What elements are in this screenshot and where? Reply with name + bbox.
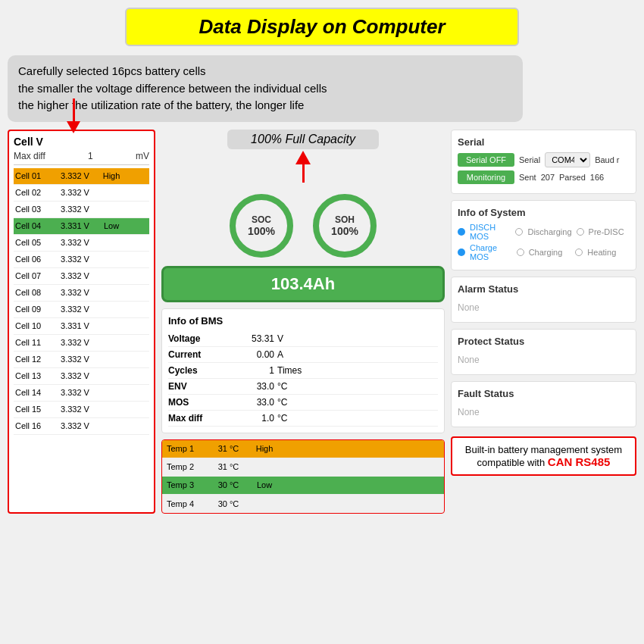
cell-row: Cell 08 3.332 V — [14, 285, 149, 302]
cell-row: Cell 13 3.332 V — [14, 368, 149, 385]
temp-row: Temp 4 30 °C — [162, 495, 444, 513]
arrow-from-desc — [67, 98, 80, 133]
bms-row: ENV 33.0 °C — [168, 379, 438, 395]
bms-value: 0.00 — [229, 349, 274, 360]
bms-title: Info of BMS — [168, 315, 438, 327]
temp-name: Temp 3 — [162, 480, 208, 489]
bms-label: ENV — [168, 381, 229, 392]
cell-voltage: 3.332 V — [53, 305, 97, 314]
bms-row: MOS 33.0 °C — [168, 395, 438, 411]
cell-voltage: 3.332 V — [53, 355, 97, 364]
soc-gauge: SOC 100% — [227, 192, 295, 260]
cell-voltage: 3.332 V — [53, 205, 97, 214]
cell-row: Cell 15 3.332 V — [14, 402, 149, 418]
cell-name: Cell 08 — [14, 288, 53, 297]
charge-label: Charge MOS — [470, 243, 512, 261]
protect-title: Protect Status — [458, 336, 630, 347]
cell-name: Cell 07 — [14, 271, 53, 280]
cell-name: Cell 12 — [14, 355, 53, 364]
bottom-note-line2: compatible with — [477, 457, 546, 468]
serial-title: Serial — [458, 136, 630, 148]
cell-voltage: 3.332 V — [53, 405, 97, 414]
bms-label: Cycles — [168, 365, 229, 376]
bms-value: 1.0 — [229, 413, 274, 424]
disch-label: DISCH MOS — [470, 223, 511, 241]
bms-unit: °C — [277, 413, 308, 424]
charging-label: Charging — [529, 248, 571, 257]
bms-label: Voltage — [168, 333, 229, 344]
page-title: Data Display on Computer — [125, 8, 519, 46]
bms-row: Current 0.00 A — [168, 347, 438, 363]
heating-label: Heating — [587, 248, 630, 257]
temp-panel: Temp 1 31 °C High Temp 2 31 °C Temp 3 30… — [161, 439, 445, 514]
cell-voltage: 3.332 V — [53, 388, 97, 397]
temp-name: Temp 2 — [162, 462, 208, 471]
cell-name: Cell 02 — [14, 188, 53, 197]
alarm-section: Alarm Status None — [451, 277, 636, 323]
cell-row: Cell 03 3.332 V — [14, 202, 149, 218]
arrow-head-down — [67, 121, 80, 133]
parsed-label: Parsed — [559, 173, 586, 182]
cell-row: Cell 09 3.332 V — [14, 302, 149, 318]
sent-value: 207 — [541, 173, 555, 182]
cell-row: Cell 04 3.331 V Low — [14, 218, 149, 235]
bms-info: Info of BMS Voltage 53.31 V Current 0.00… — [161, 308, 445, 433]
cell-status: High — [97, 171, 126, 180]
fault-value: None — [458, 404, 630, 420]
right-panel: Serial Serial OFF Serial COM4 COM1 COM2 … — [451, 130, 636, 514]
cell-row: Cell 16 3.332 V — [14, 418, 149, 435]
monitoring-button[interactable]: Monitoring — [458, 170, 514, 184]
maxdiff-value: 1 — [88, 151, 93, 161]
cell-row: Cell 02 3.332 V — [14, 185, 149, 202]
predisc-dot — [577, 228, 584, 236]
temp-value: 31 °C — [208, 444, 249, 453]
bms-unit: °C — [277, 397, 308, 408]
discharging-label: Discharging — [527, 227, 571, 236]
cell-name: Cell 11 — [14, 338, 53, 347]
cell-name: Cell 15 — [14, 405, 53, 414]
disch-dot — [458, 228, 465, 236]
temp-name: Temp 1 — [162, 444, 208, 453]
temp-row: Temp 2 31 °C — [162, 458, 444, 477]
predisc-label: Pre-DISC — [589, 227, 630, 236]
temp-name: Temp 4 — [162, 499, 208, 508]
maxdiff-label: Max diff — [14, 151, 45, 161]
heating-dot — [575, 249, 583, 256]
alarm-value: None — [458, 299, 630, 316]
sys-row-disch: DISCH MOS Discharging Pre-DISC — [458, 223, 630, 241]
cell-name: Cell 06 — [14, 255, 53, 264]
maxdiff-unit: mV — [136, 151, 149, 161]
cell-voltage: 3.332 V — [53, 188, 97, 197]
desc-line3: the higher the utilization rate of the b… — [18, 97, 512, 114]
description-box: Carefully selected 16pcs battery cells t… — [8, 55, 523, 122]
cells-list: Cell 01 3.332 V High Cell 02 3.332 V Cel… — [14, 168, 149, 435]
bms-unit: A — [277, 349, 308, 360]
info-system-section: Info of System DISCH MOS Discharging Pre… — [451, 200, 636, 270]
cell-voltage: 3.332 V — [53, 171, 97, 180]
serial-row1: Serial OFF Serial COM4 COM1 COM2 COM3 Ba… — [458, 152, 630, 167]
soh-value: 100% — [331, 225, 358, 237]
discharging-dot — [515, 228, 523, 236]
soc-value: 100% — [248, 225, 275, 237]
cell-panel: Cell V Max diff 1 mV Cell 01 3.332 V Hig… — [8, 130, 155, 514]
serial-off-button[interactable]: Serial OFF — [458, 153, 514, 167]
charge-dot — [458, 249, 465, 256]
com-select[interactable]: COM4 COM1 COM2 COM3 — [545, 152, 590, 167]
bms-value: 1 — [229, 365, 274, 376]
cell-name: Cell 13 — [14, 371, 53, 380]
middle-panel: 100% Full Capacity SOC — [161, 130, 445, 514]
cell-name: Cell 14 — [14, 388, 53, 397]
serial-label: Serial — [519, 155, 540, 164]
cell-voltage: 3.332 V — [53, 271, 97, 280]
cell-name: Cell 05 — [14, 238, 53, 247]
bottom-note-highlight: CAN RS485 — [548, 455, 611, 468]
temp-status: Low — [249, 480, 280, 489]
protect-section: Protect Status None — [451, 329, 636, 375]
bms-row: Voltage 53.31 V — [168, 331, 438, 347]
parsed-value: 166 — [590, 173, 604, 182]
cell-voltage: 3.332 V — [53, 238, 97, 247]
cell-row: Cell 07 3.332 V — [14, 268, 149, 285]
cell-voltage: 3.332 V — [53, 255, 97, 264]
cell-voltage: 3.332 V — [53, 421, 97, 430]
cell-name: Cell 03 — [14, 205, 53, 214]
